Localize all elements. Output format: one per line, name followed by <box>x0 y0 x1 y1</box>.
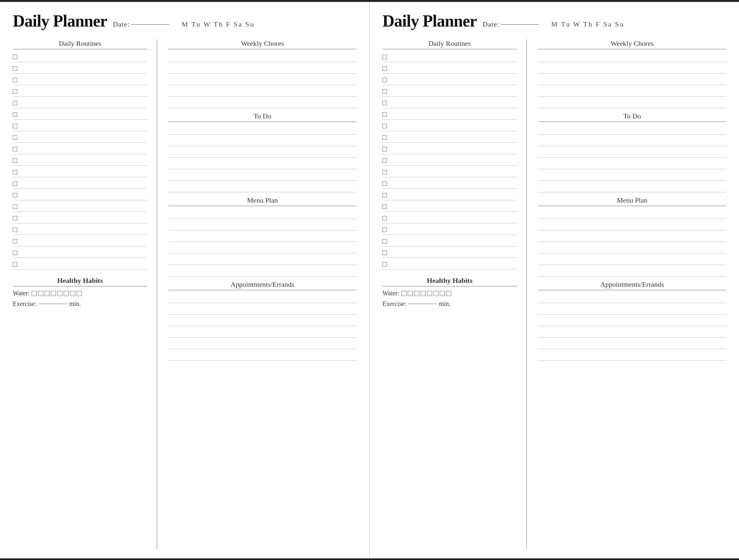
line-row[interactable] <box>168 327 356 337</box>
water-box[interactable] <box>414 291 419 296</box>
checkbox-row[interactable] <box>13 155 147 166</box>
checkbox[interactable] <box>383 228 387 232</box>
water-box[interactable] <box>446 291 451 296</box>
checkbox-row[interactable] <box>383 110 517 120</box>
water-box[interactable] <box>440 291 445 296</box>
checkbox-row[interactable] <box>13 225 147 235</box>
checkbox-row[interactable] <box>383 178 517 189</box>
checkbox-row[interactable] <box>383 248 517 258</box>
checkbox[interactable] <box>13 112 17 117</box>
checkbox-row[interactable] <box>383 259 517 269</box>
line-row[interactable] <box>538 304 726 314</box>
checkbox-row[interactable] <box>383 236 517 246</box>
line-row[interactable] <box>538 255 726 265</box>
water-box[interactable] <box>408 291 413 296</box>
checkbox[interactable] <box>383 193 387 197</box>
checkbox[interactable] <box>13 55 17 59</box>
line-row[interactable] <box>168 136 356 146</box>
checkbox-row[interactable] <box>13 167 147 177</box>
line-row[interactable] <box>538 98 726 108</box>
water-box[interactable] <box>38 291 43 296</box>
checkbox[interactable] <box>383 124 387 128</box>
checkbox-row[interactable] <box>13 121 147 131</box>
water-box[interactable] <box>51 291 56 296</box>
line-row[interactable] <box>538 220 726 231</box>
line-row[interactable] <box>168 87 356 97</box>
checkbox[interactable] <box>383 158 387 163</box>
line-row[interactable] <box>538 266 726 276</box>
water-box[interactable] <box>44 291 49 296</box>
line-row[interactable] <box>168 98 356 108</box>
line-row[interactable] <box>538 208 726 219</box>
line-row[interactable] <box>538 63 726 74</box>
checkbox[interactable] <box>383 101 387 105</box>
checkbox-row[interactable] <box>13 110 147 120</box>
checkbox[interactable] <box>13 135 17 140</box>
water-box[interactable] <box>57 291 62 296</box>
date-label[interactable]: Date: <box>113 20 170 28</box>
checkbox-row[interactable] <box>383 201 517 212</box>
checkbox-row[interactable] <box>383 167 517 177</box>
water-boxes[interactable] <box>32 291 82 296</box>
checkbox-row[interactable] <box>383 98 517 108</box>
checkbox[interactable] <box>383 78 387 82</box>
checkbox[interactable] <box>13 251 17 255</box>
checkbox-row[interactable] <box>13 213 147 223</box>
checkbox[interactable] <box>13 216 17 221</box>
line-row[interactable] <box>168 266 356 276</box>
checkbox-row[interactable] <box>13 75 147 85</box>
checkbox[interactable] <box>383 135 387 140</box>
water-box[interactable] <box>433 291 438 296</box>
checkbox-row[interactable] <box>13 259 147 269</box>
line-row[interactable] <box>538 243 726 254</box>
line-row[interactable] <box>168 125 356 135</box>
checkbox[interactable] <box>383 55 387 59</box>
checkbox[interactable] <box>13 78 17 82</box>
checkbox[interactable] <box>383 112 387 117</box>
checkbox[interactable] <box>13 89 17 94</box>
checkbox[interactable] <box>383 181 387 186</box>
line-row[interactable] <box>168 148 356 158</box>
line-row[interactable] <box>538 52 726 62</box>
line-row[interactable] <box>168 220 356 231</box>
exercise-line[interactable] <box>408 304 437 304</box>
checkbox[interactable] <box>13 124 17 128</box>
line-row[interactable] <box>168 52 356 62</box>
checkbox[interactable] <box>383 251 387 255</box>
checkbox-row[interactable] <box>383 75 517 85</box>
line-row[interactable] <box>168 170 356 181</box>
checkbox[interactable] <box>383 66 387 71</box>
line-row[interactable] <box>538 159 726 169</box>
line-row[interactable] <box>168 63 356 74</box>
checkbox[interactable] <box>13 193 17 197</box>
water-box[interactable] <box>32 291 37 296</box>
line-row[interactable] <box>168 243 356 254</box>
date-label[interactable]: Date: <box>483 20 539 28</box>
checkbox-row[interactable] <box>13 98 147 108</box>
line-row[interactable] <box>168 293 356 303</box>
water-box[interactable] <box>77 291 82 296</box>
checkbox-row[interactable] <box>383 213 517 223</box>
checkbox-row[interactable] <box>383 225 517 235</box>
line-row[interactable] <box>538 351 726 361</box>
checkbox[interactable] <box>383 204 387 209</box>
checkbox[interactable] <box>13 181 17 186</box>
line-row[interactable] <box>538 148 726 158</box>
line-row[interactable] <box>168 339 356 349</box>
line-row[interactable] <box>538 136 726 146</box>
checkbox-row[interactable] <box>13 190 147 200</box>
checkbox[interactable] <box>383 216 387 221</box>
line-row[interactable] <box>538 182 726 192</box>
checkbox[interactable] <box>13 204 17 209</box>
line-row[interactable] <box>538 75 726 85</box>
checkbox[interactable] <box>13 239 17 244</box>
checkbox-row[interactable] <box>13 236 147 246</box>
checkbox[interactable] <box>383 170 387 174</box>
checkbox-row[interactable] <box>383 87 517 97</box>
line-row[interactable] <box>168 182 356 192</box>
line-row[interactable] <box>168 316 356 326</box>
water-box[interactable] <box>64 291 69 296</box>
checkbox[interactable] <box>13 147 17 151</box>
checkbox[interactable] <box>13 228 17 232</box>
checkbox-row[interactable] <box>13 87 147 97</box>
